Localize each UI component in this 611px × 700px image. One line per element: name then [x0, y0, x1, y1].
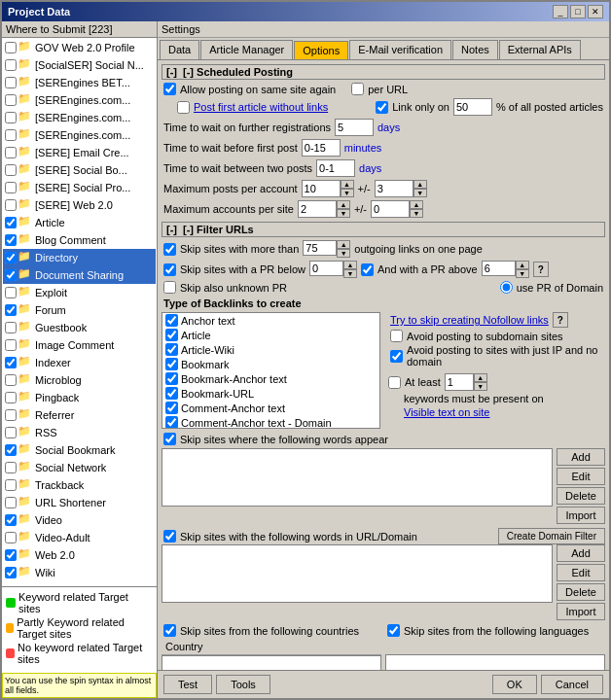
tools-button[interactable]: Tools [216, 675, 270, 694]
max-posts-down[interactable]: ▼ [341, 189, 354, 197]
sidebar-item[interactable]: 📁GOV Web 2.0 Profile [3, 39, 156, 56]
sidebar-item[interactable]: 📁[SEREngines BET... [3, 74, 156, 91]
per-url-checkbox[interactable] [351, 83, 364, 95]
use-pr-radio[interactable] [500, 281, 513, 294]
sidebar-item[interactable]: 📁Web 2.0 [3, 546, 156, 564]
skip-url-add-button[interactable]: Add [557, 544, 605, 562]
skip-pr-down[interactable]: ▼ [343, 269, 357, 278]
tab-data[interactable]: Data [160, 40, 199, 59]
skip-more-down[interactable]: ▼ [337, 249, 350, 258]
max-posts-input[interactable] [302, 180, 341, 197]
sidebar-item[interactable]: 📁[SEREngines.com... [3, 126, 156, 144]
sidebar-item[interactable]: 📁Guestbook [3, 319, 156, 336]
and-pr-above-checkbox[interactable] [361, 263, 374, 276]
pr-help-button[interactable]: ? [533, 262, 549, 277]
tab-notes[interactable]: Notes [452, 40, 498, 59]
link-pct-input[interactable] [453, 98, 492, 116]
tab-external-apis[interactable]: External APIs [499, 40, 581, 59]
wait-reg-input[interactable] [335, 119, 374, 136]
sidebar-item[interactable]: 📁Trackback [3, 476, 156, 494]
sidebar-item[interactable]: 📁Wiki [3, 564, 156, 581]
maximize-button[interactable]: □ [570, 5, 586, 18]
skip-words-delete-button[interactable]: Delete [557, 487, 605, 505]
sidebar-item[interactable]: 📁Social Bookmark [3, 441, 156, 459]
sidebar-item[interactable]: 📁[SERE] Web 2.0 [3, 196, 156, 214]
skip-url-checkbox[interactable] [163, 530, 176, 542]
skip-words-checkbox[interactable] [163, 433, 176, 445]
sidebar-item[interactable]: 📁Directory [3, 249, 156, 266]
sidebar-item[interactable]: 📁Video-Adult [3, 529, 156, 546]
skip-words-edit-button[interactable]: Edit [557, 468, 605, 485]
sidebar-item[interactable]: 📁[SEREngines.com... [3, 91, 156, 109]
skip-pr-checkbox[interactable] [163, 263, 176, 276]
allow-posting-checkbox[interactable] [163, 83, 176, 95]
sidebar-item[interactable]: 📁[SEREngines.com... [3, 109, 156, 126]
skip-more-checkbox[interactable] [163, 243, 176, 256]
max-posts-pm-input[interactable] [375, 180, 413, 197]
pr-above-down[interactable]: ▼ [516, 269, 529, 278]
wait-between-input[interactable] [316, 159, 355, 177]
skip-words-import-button[interactable]: Import [557, 507, 605, 524]
sidebar-item[interactable]: 📁Blog Comment [3, 231, 156, 249]
nofollow-help-button[interactable]: ? [553, 312, 568, 328]
skip-more-input[interactable] [303, 240, 337, 256]
post-first-checkbox[interactable] [177, 101, 190, 114]
skip-url-import-button[interactable]: Import [557, 603, 605, 620]
max-accounts-pm-down[interactable]: ▼ [410, 209, 423, 218]
max-posts-pm-up[interactable]: ▲ [413, 180, 427, 189]
max-accounts-up[interactable]: ▲ [337, 200, 350, 209]
sidebar-item[interactable]: 📁[SERE] Social Bo... [3, 161, 156, 179]
max-accounts-pm-up[interactable]: ▲ [410, 200, 423, 209]
sidebar-item[interactable]: 📁URL Shortener [3, 494, 156, 511]
skip-unknown-checkbox[interactable] [163, 281, 176, 294]
cancel-button[interactable]: Cancel [541, 675, 603, 694]
max-accounts-down[interactable]: ▼ [337, 209, 350, 218]
close-button[interactable]: ✕ [588, 5, 603, 18]
avoid-ip-checkbox[interactable] [390, 350, 403, 363]
sidebar-item[interactable]: 📁Indexer [3, 354, 156, 371]
skip-url-delete-button[interactable]: Delete [557, 583, 605, 601]
sidebar-item[interactable]: 📁Exploit [3, 284, 156, 301]
avoid-subdomain-checkbox[interactable] [390, 330, 403, 342]
skip-languages-checkbox[interactable] [387, 624, 400, 637]
skip-url-edit-button[interactable]: Edit [557, 564, 605, 581]
link-only-checkbox[interactable] [376, 101, 388, 114]
skip-pr-input[interactable] [309, 261, 343, 276]
sidebar-item[interactable]: 📁[SocialSER] Social N... [3, 56, 156, 74]
sidebar-item[interactable]: 📁Video [3, 511, 156, 529]
sidebar-item[interactable]: 📁Article [3, 214, 156, 231]
test-button[interactable]: Test [163, 675, 212, 694]
wait-first-input[interactable] [302, 139, 341, 157]
sidebar-item[interactable]: 📁Document Sharing [3, 266, 156, 284]
sidebar-item[interactable]: 📁Referrer [3, 406, 156, 424]
sidebar-item[interactable]: 📁Image Comment [3, 336, 156, 354]
minimize-button[interactable]: _ [553, 5, 568, 18]
tab-e-mail-verification[interactable]: E-Mail verification [349, 40, 451, 59]
sidebar-item[interactable]: 📁Pingback [3, 389, 156, 406]
skip-pr-up[interactable]: ▲ [343, 261, 357, 269]
tab-options[interactable]: Options [294, 41, 348, 60]
create-domain-filter-button[interactable]: Create Domain Filter [498, 528, 605, 544]
max-posts-pm-down[interactable]: ▼ [413, 189, 427, 197]
max-posts-up[interactable]: ▲ [341, 180, 354, 189]
sidebar-item[interactable]: 📁Social Network [3, 459, 156, 476]
skip-words-add-button[interactable]: Add [557, 448, 605, 466]
sidebar-item[interactable]: 📁Forum [3, 301, 156, 319]
pr-above-input[interactable] [482, 261, 516, 276]
at-least-up[interactable]: ▲ [474, 373, 487, 382]
skip-more-up[interactable]: ▲ [337, 240, 350, 249]
tab-article-manager[interactable]: Article Manager [200, 40, 293, 59]
at-least-checkbox[interactable] [388, 376, 401, 389]
max-accounts-pm-input[interactable] [371, 200, 410, 218]
sidebar-item[interactable]: 📁[SERE] Email Cre... [3, 144, 156, 161]
ok-button[interactable]: OK [492, 675, 537, 694]
skip-countries-checkbox[interactable] [163, 624, 176, 637]
filter-toggle[interactable]: [-] [166, 224, 177, 235]
max-accounts-input[interactable] [298, 200, 337, 218]
sidebar-item[interactable]: 📁RSS [3, 424, 156, 441]
pr-above-up[interactable]: ▲ [516, 261, 529, 269]
scheduled-toggle[interactable]: [-] [166, 66, 177, 78]
at-least-input[interactable] [445, 373, 474, 391]
sidebar-item[interactable]: 📁[SERE] Social Pro... [3, 179, 156, 196]
sidebar-item[interactable]: 📁Microblog [3, 371, 156, 389]
